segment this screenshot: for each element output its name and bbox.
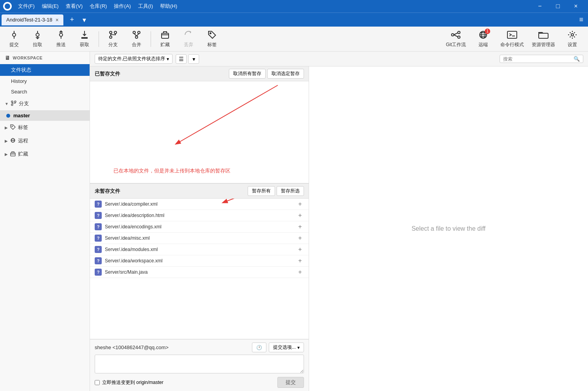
settings-label: 设置 — [568, 41, 577, 48]
menu-action[interactable]: 操作(A) — [111, 1, 134, 11]
new-tab-button[interactable]: + — [67, 14, 77, 25]
search-icon: 🔍 — [574, 56, 580, 62]
list-item[interactable]: ? Server/src/Main.java + — [90, 267, 309, 278]
tab-actions: + ▾ — [67, 14, 90, 25]
menu-repo[interactable]: 仓库(R) — [86, 1, 110, 11]
list-item[interactable]: ? Server/.idea/modules.xml + — [90, 244, 309, 255]
svg-point-30 — [11, 104, 13, 106]
list-item[interactable]: ? Server/.idea/compiler.xml + — [90, 199, 309, 210]
menu-tools[interactable]: 工具(I) — [135, 1, 156, 11]
cancel-all-staged-button[interactable]: 取消所有暂存 — [229, 69, 266, 79]
list-item[interactable]: ? Server/.idea/description.html + — [90, 210, 309, 221]
commit-message-input[interactable] — [95, 355, 304, 373]
git-workflow-button[interactable]: Git工作流 — [443, 28, 469, 50]
file-name: Server/.idea/encodings.xml — [105, 224, 296, 230]
repo-tab[interactable]: AndroidTest-21-3-18 × — [2, 14, 63, 25]
tab-close-button[interactable]: × — [56, 17, 59, 23]
minimize-button[interactable]: − — [531, 0, 549, 13]
branch-button[interactable]: 分支 — [102, 28, 124, 50]
file-stage-button[interactable]: + — [296, 257, 304, 265]
push-label: 推送 — [56, 41, 66, 48]
tags-section[interactable]: ▶ 标签 — [0, 121, 90, 134]
pull-button[interactable]: 拉取 — [27, 28, 49, 50]
tag-icon — [207, 30, 217, 41]
resource-manager-icon — [538, 30, 549, 41]
svg-point-15 — [458, 31, 460, 34]
file-stage-button[interactable]: + — [296, 200, 304, 208]
svg-point-6 — [114, 31, 117, 34]
tag-label: 标签 — [207, 41, 217, 48]
tag-button[interactable]: 标签 — [201, 28, 223, 50]
push-after-commit-checkbox[interactable]: 立即推送变更到 origin/master — [95, 379, 277, 386]
tab-dropdown-button[interactable]: ▾ — [79, 14, 90, 25]
push-icon — [56, 30, 66, 41]
resource-manager-button[interactable]: 资源管理器 — [529, 28, 558, 50]
commit-button[interactable]: 提交 — [3, 28, 25, 50]
file-stage-button[interactable]: + — [296, 234, 304, 242]
list-item[interactable]: ? Server/.idea/workspace.xml + — [90, 255, 309, 267]
remote-label: 远端 — [478, 41, 488, 48]
merge-button[interactable]: 合并 — [126, 28, 147, 50]
list-item[interactable]: ? Server/.idea/encodings.xml + — [90, 221, 309, 233]
fetch-button[interactable]: 获取 — [74, 28, 95, 50]
annotation-text: 已在本地的文件，但是并未上传到本地仓库的暂存区 — [113, 167, 230, 174]
workspace-header: 🖥 WORKSPACE — [0, 52, 90, 64]
stash-label: 贮藏 — [160, 41, 170, 48]
sidebar-item-search[interactable]: Search — [0, 86, 90, 97]
remote-label-sidebar: 远程 — [18, 137, 28, 144]
file-badge: ? — [95, 257, 102, 264]
commit-options-button[interactable]: 提交选项... ▾ — [269, 343, 304, 352]
settings-button[interactable]: 设置 — [560, 28, 585, 50]
remote-section[interactable]: ▶ 远程 — [0, 134, 90, 147]
list-item[interactable]: ? Server/.idea/misc.xml + — [90, 233, 309, 244]
push-checkbox-input[interactable] — [95, 380, 100, 385]
file-stage-button[interactable]: + — [296, 223, 304, 231]
svg-point-9 — [133, 31, 135, 34]
menu-file[interactable]: 文件(F) — [15, 1, 38, 11]
stash-label-sidebar: 贮藏 — [18, 151, 28, 158]
commit-submit-button[interactable]: 提交 — [277, 377, 304, 388]
menu-help[interactable]: 帮助(H) — [157, 1, 180, 11]
staged-empty-area: 已在本地的文件，但是并未上传到本地仓库的暂存区 — [90, 81, 309, 183]
commit-clock-button[interactable]: 🕐 — [252, 343, 266, 352]
stash-button[interactable]: 贮藏 — [154, 28, 176, 50]
svg-rect-12 — [162, 33, 169, 38]
filter-select[interactable]: 待定的文件,已依照文件状态排序 ▾ — [95, 54, 173, 64]
maximize-button[interactable]: □ — [549, 0, 567, 13]
stage-selected-button[interactable]: 暂存所选 — [277, 186, 304, 196]
file-stage-button[interactable]: + — [296, 246, 304, 253]
master-branch-item[interactable]: master — [0, 110, 90, 121]
push-button[interactable]: 推送 — [50, 28, 72, 50]
svg-point-14 — [451, 34, 454, 36]
stash-section[interactable]: ▶ 贮藏 — [0, 147, 90, 161]
svg-point-27 — [571, 34, 574, 36]
file-stage-button[interactable]: + — [296, 268, 304, 276]
menu-view[interactable]: 查看(V) — [63, 1, 86, 11]
remote-icon-sidebar — [10, 138, 16, 144]
stash-icon-sidebar — [10, 151, 16, 158]
menu-edit[interactable]: 编辑(E) — [39, 1, 62, 11]
svg-line-17 — [454, 33, 458, 35]
cancel-selected-staged-button[interactable]: 取消选定暂存 — [267, 69, 304, 79]
search-input[interactable] — [503, 56, 574, 62]
diff-placeholder-text: Select a file to view the diff — [412, 225, 486, 232]
commit-user-row: sheshe <1004862447@qq.com> 🕐 提交选项... ▾ — [95, 343, 304, 352]
sidebar-item-history[interactable]: History — [0, 76, 90, 86]
close-button[interactable]: × — [567, 0, 585, 13]
workspace-icon: 🖥 — [5, 55, 11, 61]
filter-dropdown-btn[interactable]: ▾ — [188, 54, 199, 64]
sidebar-item-file-status[interactable]: 文件状态 — [0, 64, 90, 76]
toolbar: 提交 拉取 推送 获取 — [0, 27, 588, 52]
svg-point-29 — [14, 101, 16, 102]
file-badge: ? — [95, 235, 102, 242]
staged-section: 已暂存文件 取消所有暂存 取消选定暂存 — [90, 66, 309, 183]
file-stage-button[interactable]: + — [296, 212, 304, 219]
branches-section[interactable]: ▼ 分支 — [0, 97, 90, 110]
stage-all-button[interactable]: 暂存所有 — [248, 186, 275, 196]
filter-list-btn[interactable]: ☰ — [176, 54, 187, 64]
push-checkbox-label: 立即推送变更到 origin/master — [102, 379, 164, 386]
hamburger-menu[interactable]: ≡ — [576, 14, 586, 25]
svg-point-32 — [12, 126, 13, 127]
remote-button[interactable]: 1 远端 — [471, 28, 496, 50]
terminal-button[interactable]: 命令行模式 — [497, 28, 527, 50]
